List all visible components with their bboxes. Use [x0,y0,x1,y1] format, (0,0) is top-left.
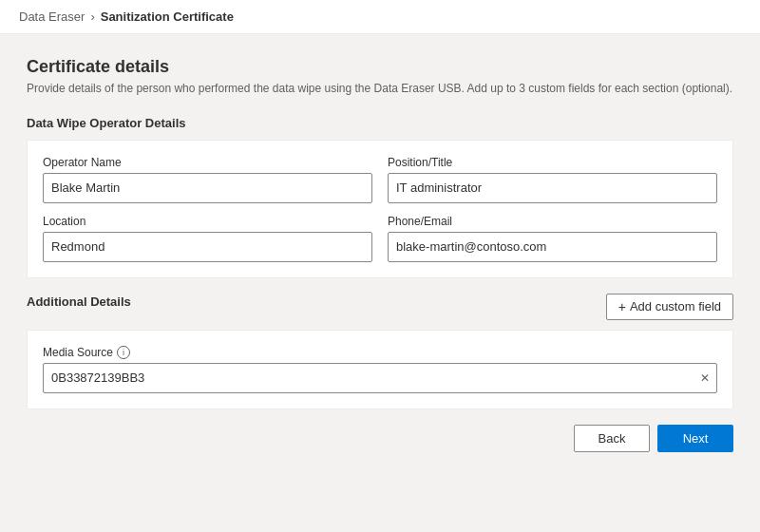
plus-icon: + [618,299,626,314]
next-button[interactable]: Next [657,425,733,452]
position-title-group: Position/Title [388,156,717,203]
media-source-input-wrapper: ✕ [43,363,717,393]
footer-actions: Back Next [27,425,733,452]
page-header: Data Eraser › Sanitization Certificate [0,0,760,34]
form-row-2: Location Phone/Email [43,215,717,262]
operator-name-label: Operator Name [43,156,372,169]
additional-form-card: Media Source i ✕ [27,330,733,409]
operator-form-card: Operator Name Position/Title Location Ph… [27,140,733,278]
breadcrumb-parent[interactable]: Data Eraser [19,10,85,24]
media-source-info-icon[interactable]: i [117,346,130,359]
add-custom-field-label: Add custom field [630,299,721,314]
additional-section-header: Additional Details + Add custom field [27,294,733,320]
operator-name-group: Operator Name [43,156,372,203]
back-button[interactable]: Back [574,425,650,452]
phone-email-group: Phone/Email [388,215,717,262]
location-input[interactable] [43,232,372,262]
location-group: Location [43,215,372,262]
media-source-clear-button[interactable]: ✕ [700,371,710,385]
breadcrumb-separator: › [90,10,94,24]
additional-section-title: Additional Details [27,294,131,309]
media-source-input[interactable] [43,363,717,393]
location-label: Location [43,215,372,228]
phone-email-input[interactable] [388,232,717,262]
main-content: Certificate details Provide details of t… [0,34,760,527]
position-title-input[interactable] [388,173,717,203]
operator-name-input[interactable] [43,173,372,203]
media-source-label: Media Source [43,346,113,359]
form-row-1: Operator Name Position/Title [43,156,717,203]
page-title: Certificate details [27,57,733,77]
breadcrumb-current: Sanitization Certificate [101,10,234,24]
media-source-label-row: Media Source i [43,346,717,359]
page-description: Provide details of the person who perfor… [27,81,733,97]
operator-section-title: Data Wipe Operator Details [27,116,733,130]
add-custom-field-button[interactable]: + Add custom field [606,294,733,320]
phone-email-label: Phone/Email [388,215,717,228]
position-title-label: Position/Title [388,156,717,169]
